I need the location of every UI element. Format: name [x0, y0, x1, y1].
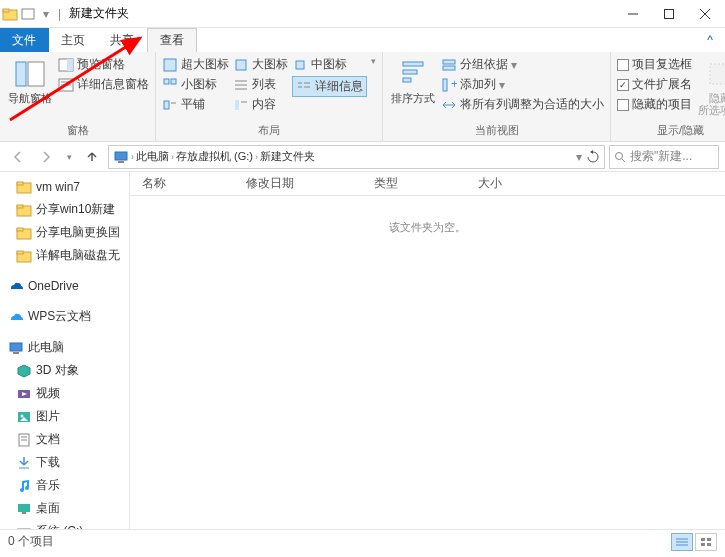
svg-rect-39: [710, 64, 725, 84]
ribbon-collapse-button[interactable]: ^: [695, 28, 725, 52]
svg-text:+: +: [451, 77, 457, 91]
svg-point-45: [616, 152, 623, 159]
sidebar-item[interactable]: 图片: [0, 405, 129, 428]
crumb-drive[interactable]: 存放虚拟机 (G:): [176, 149, 253, 164]
qat-dropdown-icon[interactable]: ▾: [38, 5, 54, 23]
details-pane-button[interactable]: 详细信息窗格: [58, 76, 149, 93]
sidebar-item[interactable]: 视频: [0, 382, 129, 405]
svg-rect-11: [67, 59, 73, 71]
svg-rect-2: [3, 9, 9, 12]
sidebar-item[interactable]: 文档: [0, 428, 129, 451]
statusbar: 0 个项目: [0, 529, 725, 553]
col-size[interactable]: 大小: [478, 175, 502, 192]
svg-rect-48: [17, 182, 23, 185]
view-details-button[interactable]: [671, 533, 693, 551]
ribbon-tabs: 文件 主页 共享 查看 ^: [0, 28, 725, 52]
sidebar-thispc[interactable]: 此电脑: [0, 336, 129, 359]
svg-rect-20: [236, 60, 246, 70]
svg-rect-5: [665, 9, 674, 18]
sidebar-item[interactable]: 桌面: [0, 497, 129, 520]
group-label-layout: 布局: [162, 123, 376, 139]
layout-xl[interactable]: 超大图标: [162, 56, 229, 73]
view-icons-button[interactable]: [695, 533, 717, 551]
autosize-button[interactable]: 将所有列调整为合适的大小: [441, 96, 604, 113]
col-date[interactable]: 修改日期: [246, 175, 294, 192]
svg-rect-16: [164, 79, 169, 84]
item-checkboxes-toggle[interactable]: 项目复选框: [617, 56, 692, 73]
group-label-panes: 窗格: [6, 123, 149, 139]
layout-content[interactable]: 内容: [233, 96, 288, 113]
maximize-button[interactable]: [651, 0, 687, 28]
history-dropdown-icon[interactable]: ▾: [576, 150, 582, 164]
addcol-button[interactable]: +添加列 ▾: [441, 76, 604, 93]
sidebar-item[interactable]: 音乐: [0, 474, 129, 497]
nav-pane-button[interactable]: 导航窗格: [6, 54, 54, 104]
sidebar-item[interactable]: 分享win10新建: [0, 198, 129, 221]
layout-expand-icon[interactable]: ▾: [371, 56, 376, 66]
folder-icon: [2, 5, 18, 23]
layout-details[interactable]: 详细信息: [292, 76, 367, 97]
sidebar-item[interactable]: 3D 对象: [0, 359, 129, 382]
svg-rect-87: [707, 543, 711, 546]
svg-rect-84: [701, 538, 705, 541]
sidebar-item[interactable]: 下载: [0, 451, 129, 474]
sidebar-item[interactable]: 详解电脑磁盘无: [0, 244, 129, 267]
sidebar-wps[interactable]: WPS云文档: [0, 305, 129, 328]
svg-rect-85: [707, 538, 711, 541]
col-name[interactable]: 名称: [142, 175, 166, 192]
svg-rect-64: [18, 504, 30, 512]
up-button[interactable]: [80, 145, 104, 169]
layout-lg[interactable]: 大图标: [233, 56, 288, 73]
empty-message: 该文件夹为空。: [130, 196, 725, 529]
file-ext-toggle[interactable]: ✓文件扩展名: [617, 76, 692, 93]
svg-rect-33: [403, 78, 411, 82]
group-label-view: 当前视图: [389, 123, 604, 139]
file-list: 名称 修改日期 类型 大小 该文件夹为空。: [130, 172, 725, 529]
svg-line-46: [622, 159, 625, 162]
svg-rect-67: [18, 529, 30, 530]
svg-rect-50: [17, 205, 23, 208]
tab-home[interactable]: 主页: [49, 28, 98, 52]
hidden-items-toggle[interactable]: 隐藏的项目: [617, 96, 692, 113]
svg-rect-35: [443, 66, 455, 70]
search-input[interactable]: 搜索"新建...: [609, 145, 719, 169]
sidebar-item[interactable]: 系统 (C:): [0, 520, 129, 529]
crumb-thispc[interactable]: 此电脑: [136, 149, 169, 164]
tab-share[interactable]: 共享: [98, 28, 147, 52]
svg-rect-9: [28, 62, 44, 86]
groupby-button[interactable]: 分组依据 ▾: [441, 56, 604, 73]
svg-rect-54: [17, 251, 23, 254]
svg-point-59: [21, 414, 24, 417]
layout-sm[interactable]: 小图标: [162, 76, 229, 93]
forward-button[interactable]: [34, 145, 58, 169]
svg-rect-36: [443, 79, 447, 91]
col-type[interactable]: 类型: [374, 175, 398, 192]
layout-list[interactable]: 列表: [233, 76, 288, 93]
svg-rect-17: [171, 79, 176, 84]
svg-rect-44: [118, 161, 124, 163]
sidebar-onedrive[interactable]: OneDrive: [0, 275, 129, 297]
search-icon: [614, 151, 626, 163]
preview-pane-button[interactable]: 预览窗格: [58, 56, 149, 73]
svg-rect-24: [235, 100, 239, 110]
svg-rect-26: [296, 61, 304, 69]
recent-button[interactable]: ▾: [62, 145, 76, 169]
sidebar-item[interactable]: vm win7: [0, 176, 129, 198]
tab-file[interactable]: 文件: [0, 28, 49, 52]
svg-rect-56: [13, 352, 19, 354]
tab-view[interactable]: 查看: [147, 28, 197, 52]
breadcrumb[interactable]: › 此电脑 › 存放虚拟机 (G:) › 新建文件夹 ▾: [108, 145, 605, 169]
crumb-folder[interactable]: 新建文件夹: [260, 149, 315, 164]
svg-rect-52: [17, 228, 23, 231]
close-button[interactable]: [687, 0, 723, 28]
qat-icon[interactable]: [20, 5, 36, 23]
layout-md[interactable]: 中图标: [292, 56, 367, 73]
layout-tiles[interactable]: 平铺: [162, 96, 229, 113]
sort-button[interactable]: 排序方式: [389, 54, 437, 104]
sidebar-item[interactable]: 分享电脑更换国: [0, 221, 129, 244]
back-button[interactable]: [6, 145, 30, 169]
refresh-icon[interactable]: [586, 150, 600, 164]
sidebar: vm win7分享win10新建分享电脑更换国详解电脑磁盘无 OneDrive …: [0, 172, 130, 529]
minimize-button[interactable]: [615, 0, 651, 28]
hide-selected-button[interactable]: 隐藏 所选项目: [696, 54, 725, 116]
